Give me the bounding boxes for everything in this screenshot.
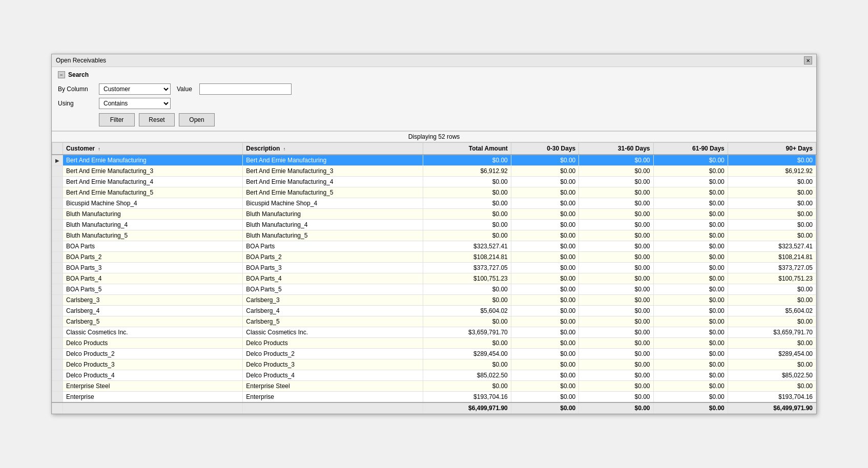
- col-header-90plus[interactable]: 90+ Days: [728, 143, 816, 155]
- table-row[interactable]: Bert And Ernie Manufacturing_3Bert And E…: [52, 166, 816, 177]
- cell-days_61_90: $0.00: [653, 327, 728, 338]
- row-indicator-cell: [52, 359, 63, 370]
- table-row[interactable]: ▶Bert And Ernie ManufacturingBert And Er…: [52, 155, 816, 166]
- table-row[interactable]: Delco Products_3Delco Products_3$0.00$0.…: [52, 359, 816, 370]
- cell-days_90plus: $0.00: [728, 316, 816, 327]
- table-row[interactable]: Bert And Ernie Manufacturing_5Bert And E…: [52, 187, 816, 198]
- cell-days_61_90: $0.00: [653, 392, 728, 403]
- cell-days_0_30: $0.00: [511, 306, 578, 316]
- main-window: Open Receivables ✕ − Search By Column Cu…: [51, 54, 817, 414]
- col-header-61-90[interactable]: 61-90 Days: [653, 143, 728, 155]
- row-indicator-header: [52, 143, 63, 155]
- table-row[interactable]: Enterprise SteelEnterprise Steel$0.00$0.…: [52, 381, 816, 392]
- cell-total_amount: $289,454.00: [423, 349, 511, 359]
- cell-total_amount: $100,751.23: [423, 273, 511, 284]
- condition-select[interactable]: Contains: [99, 98, 171, 109]
- table-row[interactable]: Carlsberg_3Carlsberg_3$0.00$0.00$0.00$0.…: [52, 295, 816, 306]
- cell-customer: Carlsberg_4: [63, 306, 243, 316]
- cell-days_61_90: $0.00: [653, 349, 728, 359]
- by-column-label: By Column: [58, 86, 99, 93]
- cell-description: Enterprise Steel: [243, 381, 423, 392]
- cell-days_61_90: $0.00: [653, 187, 728, 198]
- cell-days_61_90: $0.00: [653, 263, 728, 273]
- cell-customer: Delco Products_2: [63, 349, 243, 359]
- cell-days_61_90: $0.00: [653, 295, 728, 306]
- cell-total_amount: $0.00: [423, 338, 511, 349]
- table-row[interactable]: Bluth Manufacturing_4Bluth Manufacturing…: [52, 220, 816, 230]
- cell-days_31_60: $0.00: [579, 359, 653, 370]
- table-row[interactable]: Bicuspid Machine Shop_4Bicuspid Machine …: [52, 198, 816, 209]
- cell-days_31_60: $0.00: [579, 230, 653, 241]
- cell-days_61_90: $0.00: [653, 370, 728, 381]
- table-row[interactable]: BOA Parts_5BOA Parts_5$0.00$0.00$0.00$0.…: [52, 284, 816, 295]
- search-toggle-button[interactable]: −: [58, 71, 65, 78]
- cell-days_90plus: $0.00: [728, 338, 816, 349]
- cell-days_61_90: $0.00: [653, 198, 728, 209]
- cell-days_90plus: $373,727.05: [728, 263, 816, 273]
- cell-customer: BOA Parts_5: [63, 284, 243, 295]
- cell-days_90plus: $0.00: [728, 209, 816, 220]
- row-indicator-cell: [52, 338, 63, 349]
- cell-days_90plus: $0.00: [728, 284, 816, 295]
- table-row[interactable]: EnterpriseEnterprise$193,704.16$0.00$0.0…: [52, 392, 816, 403]
- cell-days_61_90: $0.00: [653, 316, 728, 327]
- table-row[interactable]: Delco Products_2Delco Products_2$289,454…: [52, 349, 816, 359]
- value-input[interactable]: [199, 83, 292, 95]
- row-indicator-cell: [52, 230, 63, 241]
- cell-description: Classic Cosmetics Inc.: [243, 327, 423, 338]
- table-row[interactable]: Delco ProductsDelco Products$0.00$0.00$0…: [52, 338, 816, 349]
- table-row[interactable]: BOA Parts_3BOA Parts_3$373,727.05$0.00$0…: [52, 263, 816, 273]
- cell-total_amount: $0.00: [423, 316, 511, 327]
- table-row[interactable]: Classic Cosmetics Inc.Classic Cosmetics …: [52, 327, 816, 338]
- cell-customer: BOA Parts_2: [63, 252, 243, 263]
- table-row[interactable]: Bert And Ernie Manufacturing_4Bert And E…: [52, 177, 816, 187]
- table-row[interactable]: Bluth ManufacturingBluth Manufacturing$0…: [52, 209, 816, 220]
- cell-days_31_60: $0.00: [579, 327, 653, 338]
- filter-button[interactable]: Filter: [99, 113, 135, 126]
- cell-customer: BOA Parts: [63, 241, 243, 252]
- table-row[interactable]: Bluth Manufacturing_5Bluth Manufacturing…: [52, 230, 816, 241]
- cell-days_0_30: $0.00: [511, 155, 578, 166]
- grid-container[interactable]: Customer ↑ Description ↑ Total Amount 0-…: [52, 142, 816, 414]
- cell-days_61_90: $0.00: [653, 284, 728, 295]
- table-row[interactable]: BOA Parts_2BOA Parts_2$108,214.81$0.00$0…: [52, 252, 816, 263]
- cell-total_amount: $0.00: [423, 295, 511, 306]
- cell-days_31_60: $0.00: [579, 284, 653, 295]
- table-row[interactable]: Carlsberg_5Carlsberg_5$0.00$0.00$0.00$0.…: [52, 316, 816, 327]
- cell-days_90plus: $3,659,791.70: [728, 327, 816, 338]
- search-panel: − Search By Column Customer Value Using …: [52, 67, 816, 131]
- table-row[interactable]: Carlsberg_4Carlsberg_4$5,604.02$0.00$0.0…: [52, 306, 816, 316]
- column-select[interactable]: Customer: [99, 83, 171, 95]
- cell-days_61_90: $0.00: [653, 381, 728, 392]
- col-header-description[interactable]: Description ↑: [243, 143, 423, 155]
- col-header-0-30[interactable]: 0-30 Days: [511, 143, 578, 155]
- cell-days_31_60: $0.00: [579, 338, 653, 349]
- cell-days_90plus: $108,214.81: [728, 252, 816, 263]
- table-row[interactable]: BOA PartsBOA Parts$323,527.41$0.00$0.00$…: [52, 241, 816, 252]
- table-row[interactable]: BOA Parts_4BOA Parts_4$100,751.23$0.00$0…: [52, 273, 816, 284]
- cell-description: Bluth Manufacturing: [243, 209, 423, 220]
- cell-days_61_90: $0.00: [653, 155, 728, 166]
- cell-days_90plus: $0.00: [728, 187, 816, 198]
- col-header-total[interactable]: Total Amount: [423, 143, 511, 155]
- col-header-customer[interactable]: Customer ↑: [63, 143, 243, 155]
- cell-days_31_60: $0.00: [579, 220, 653, 230]
- col-header-31-60[interactable]: 31-60 Days: [579, 143, 653, 155]
- close-button[interactable]: ✕: [804, 56, 812, 65]
- open-button[interactable]: Open: [179, 113, 215, 126]
- cell-days_0_30: $0.00: [511, 252, 578, 263]
- using-label: Using: [58, 100, 99, 107]
- cell-days_31_60: $0.00: [579, 381, 653, 392]
- row-indicator-cell: [52, 209, 63, 220]
- cell-days_0_30: $0.00: [511, 187, 578, 198]
- cell-days_61_90: $0.00: [653, 230, 728, 241]
- cell-total_amount: $0.00: [423, 155, 511, 166]
- cell-days_90plus: $0.00: [728, 198, 816, 209]
- cell-days_90plus: $0.00: [728, 359, 816, 370]
- cell-days_61_90: $0.00: [653, 166, 728, 177]
- cell-days_90plus: $0.00: [728, 381, 816, 392]
- cell-days_90plus: $0.00: [728, 155, 816, 166]
- status-bar: Displaying 52 rows: [52, 131, 816, 142]
- table-row[interactable]: Delco Products_4Delco Products_4$85,022.…: [52, 370, 816, 381]
- reset-button[interactable]: Reset: [139, 113, 175, 126]
